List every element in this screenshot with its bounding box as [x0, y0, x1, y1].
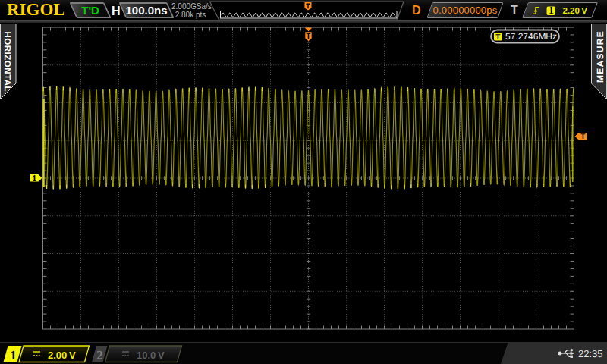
svg-text:22:35: 22:35: [578, 348, 603, 359]
svg-text:1: 1: [10, 348, 17, 362]
svg-text:10.0 V: 10.0 V: [137, 350, 165, 361]
svg-text:2.00 V: 2.00 V: [48, 350, 76, 361]
svg-text:2: 2: [96, 348, 103, 362]
